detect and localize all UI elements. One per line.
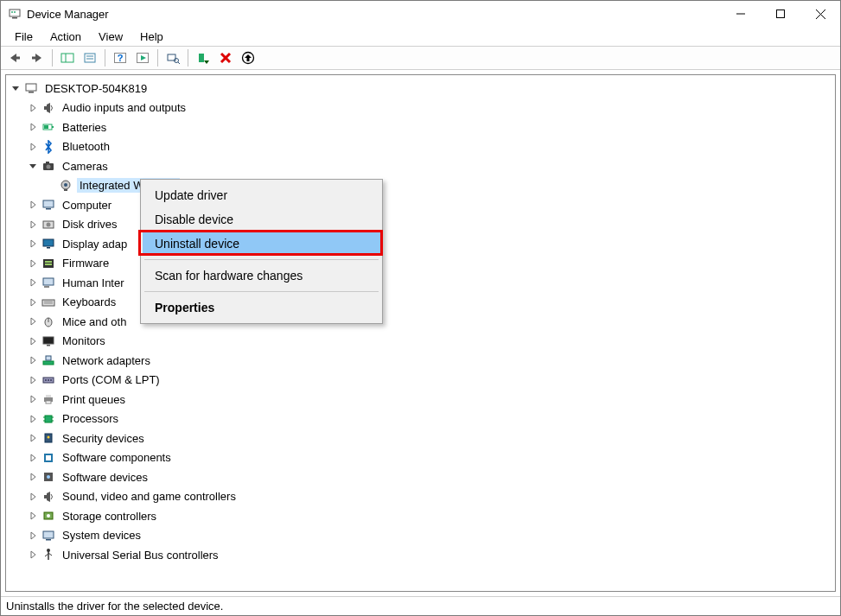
chevron-right-icon[interactable] (27, 296, 39, 308)
tree-category-row[interactable]: Storage controllers (10, 506, 835, 526)
chevron-right-icon[interactable] (27, 452, 39, 464)
tree-category-row[interactable]: Audio inputs and outputs (10, 98, 835, 118)
tree-category-row[interactable]: Display adap (10, 234, 835, 254)
root-label: DESKTOP-504K819 (42, 81, 150, 96)
tree-root-row[interactable]: DESKTOP-504K819 (10, 79, 835, 98)
context-menu-item[interactable]: Uninstall device (143, 232, 380, 256)
device-tree[interactable]: DESKTOP-504K819 Audio inputs and outputs… (5, 74, 836, 592)
context-menu-item[interactable]: Properties (143, 295, 380, 320)
svg-marker-35 (47, 103, 50, 113)
tree-category-row[interactable]: Software devices (10, 467, 835, 487)
tree-category-row[interactable]: Keyboards (10, 293, 835, 313)
chevron-right-icon[interactable] (27, 257, 39, 270)
tree-category-row[interactable]: Universal Serial Bus controllers (10, 545, 835, 565)
category-label: Processors (60, 411, 121, 426)
tree-category-row[interactable]: Disk drives (10, 215, 835, 235)
tree-category-row[interactable]: Processors (10, 410, 835, 429)
category-label: Keyboards (60, 295, 118, 309)
tree-category-row[interactable]: Software components (10, 448, 835, 468)
chevron-right-icon[interactable] (27, 315, 39, 327)
camera-icon (41, 158, 56, 174)
svg-marker-54 (31, 240, 35, 247)
chevron-down-icon[interactable] (27, 160, 39, 172)
svg-marker-57 (31, 260, 35, 267)
forward-button[interactable] (27, 48, 48, 68)
chevron-right-icon[interactable] (27, 491, 39, 503)
menu-help[interactable]: Help (131, 28, 172, 46)
back-button[interactable] (4, 48, 25, 68)
swdev-icon (41, 469, 56, 485)
chevron-right-icon[interactable] (27, 549, 39, 561)
tree-category-row[interactable]: Sound, video and game controllers (10, 487, 835, 507)
context-menu-item[interactable]: Update driver (143, 183, 380, 207)
disk-icon (41, 217, 56, 232)
menu-view[interactable]: View (90, 28, 131, 46)
svg-marker-86 (31, 416, 35, 422)
processor-icon (41, 411, 56, 427)
svg-rect-109 (46, 539, 51, 541)
svg-point-3 (14, 11, 16, 13)
tree-category-row[interactable]: Print queues (10, 390, 835, 410)
action-toolbar-button[interactable] (132, 48, 153, 68)
chevron-right-icon[interactable] (27, 471, 39, 483)
help-toolbar-button[interactable]: ? (110, 48, 131, 68)
enable-device-button[interactable] (193, 48, 213, 68)
tree-category-row[interactable]: Network adapters (10, 351, 835, 371)
svg-marker-10 (35, 54, 41, 62)
category-label: Batteries (60, 120, 109, 135)
close-button[interactable] (800, 1, 840, 27)
chevron-right-icon[interactable] (27, 335, 39, 347)
system-icon (41, 528, 56, 543)
chevron-right-icon[interactable] (27, 413, 39, 425)
chevron-right-icon[interactable] (27, 530, 39, 542)
statusbar: Uninstalls the driver for the selected d… (1, 596, 840, 615)
chevron-right-icon[interactable] (27, 393, 39, 405)
context-menu-item[interactable]: Scan for hardware changes (143, 264, 380, 288)
chevron-right-icon[interactable] (27, 102, 39, 114)
tree-category-row[interactable]: Mice and oth (10, 312, 835, 332)
chevron-right-icon[interactable] (27, 199, 39, 211)
maximize-button[interactable] (761, 1, 800, 27)
tree-category-row[interactable]: Cameras (10, 156, 835, 176)
chevron-down-icon[interactable] (10, 82, 22, 94)
chevron-right-icon[interactable] (27, 141, 39, 153)
chevron-right-icon[interactable] (27, 276, 39, 289)
properties-toolbar-button[interactable] (80, 48, 100, 68)
svg-rect-84 (46, 395, 51, 397)
tree-category-row[interactable]: Monitors (10, 332, 835, 352)
chevron-right-icon[interactable] (27, 219, 39, 231)
update-driver-toolbar-button[interactable] (238, 48, 258, 68)
tree-category-row[interactable]: Computer (10, 195, 835, 215)
tree-category-row[interactable]: Security devices (10, 429, 835, 448)
uninstall-toolbar-button[interactable] (215, 48, 236, 68)
category-label: Print queues (60, 392, 128, 407)
svg-point-53 (47, 222, 51, 226)
tree-category-row[interactable]: System devices (10, 526, 835, 546)
chevron-right-icon[interactable] (27, 354, 39, 366)
window-title: Device Manager (27, 8, 109, 21)
svg-rect-24 (199, 54, 204, 62)
chevron-right-icon[interactable] (27, 238, 39, 250)
menu-file[interactable]: File (6, 28, 41, 46)
sound-icon (41, 489, 56, 505)
chevron-right-icon[interactable] (27, 374, 39, 386)
chevron-right-icon[interactable] (27, 432, 39, 444)
tree-category-row[interactable]: Bluetooth (10, 137, 835, 157)
category-label: Universal Serial Bus controllers (60, 548, 221, 562)
menu-action[interactable]: Action (41, 28, 90, 46)
category-label: Disk drives (60, 217, 120, 232)
minimize-button[interactable] (721, 1, 761, 27)
category-label: Bluetooth (60, 139, 112, 154)
tree-category-row[interactable]: Human Inter (10, 273, 835, 293)
svg-point-100 (47, 475, 50, 479)
tree-category-row[interactable]: Firmware (10, 254, 835, 274)
tree-category-row[interactable]: Ports (COM & LPT) (10, 371, 835, 391)
show-hide-tree-button[interactable] (57, 48, 78, 68)
chevron-right-icon[interactable] (27, 510, 39, 522)
context-menu-item[interactable]: Disable device (143, 207, 380, 232)
category-label: Computer (60, 198, 114, 213)
tree-device-row[interactable]: Integrated Webcam (10, 176, 835, 196)
chevron-right-icon[interactable] (27, 121, 39, 133)
scan-hardware-button[interactable] (162, 48, 183, 68)
tree-category-row[interactable]: Batteries (10, 117, 835, 137)
